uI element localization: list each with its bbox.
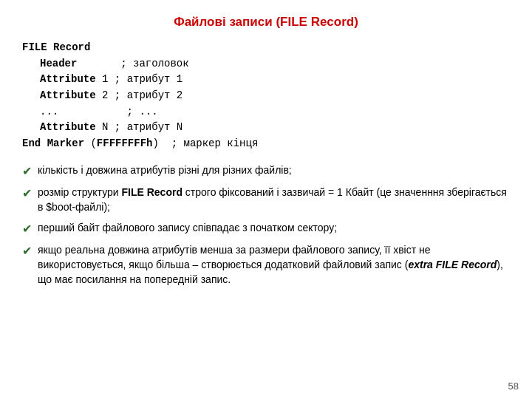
bullet-item-4: ✔ якщо реальна довжина атрибутів менша з…	[22, 242, 510, 287]
page-number: 58	[508, 381, 519, 392]
bullet-text-2: розмір структури FILE Record строго фікс…	[38, 185, 510, 215]
bullet-item-2: ✔ розмір структури FILE Record строго фі…	[22, 185, 510, 215]
code-line-5: ... ; ...	[22, 104, 510, 120]
bullet-item-3: ✔ перший байт файлового запису співпадає…	[22, 220, 510, 237]
slide-title: Файлові записи (FILE Record)	[22, 15, 510, 30]
slide-container: Файлові записи (FILE Record) FILE Record…	[0, 0, 532, 399]
code-line-1: FILE Record	[22, 40, 510, 56]
checkmark-icon-4: ✔	[22, 242, 32, 259]
bullet-item-1: ✔ кількість і довжина атрибутів різні дл…	[22, 163, 510, 180]
code-line-4: Attribute 2 ; атрибут 2	[22, 88, 510, 104]
code-line-7: End Marker (FFFFFFFFh) ; маркер кінця	[22, 136, 510, 152]
code-line-3: Attribute 1 ; атрибут 1	[22, 72, 510, 88]
bullet-text-4: якщо реальна довжина атрибутів менша за …	[38, 242, 510, 287]
bullet-text-3: перший байт файлового запису співпадає з…	[38, 220, 510, 235]
code-line-2: Header ; заголовок	[22, 56, 510, 72]
checkmark-icon-2: ✔	[22, 185, 32, 202]
checkmark-icon-3: ✔	[22, 220, 32, 237]
bullet-text-1: кількість і довжина атрибутів різні для …	[38, 163, 510, 177]
checkmark-icon-1: ✔	[22, 163, 32, 180]
code-block: FILE Record Header ; заголовок Attribute…	[22, 40, 510, 152]
code-line-6: Attribute N ; атрибут N	[22, 120, 510, 136]
bullet-list: ✔ кількість і довжина атрибутів різні дл…	[22, 163, 510, 293]
